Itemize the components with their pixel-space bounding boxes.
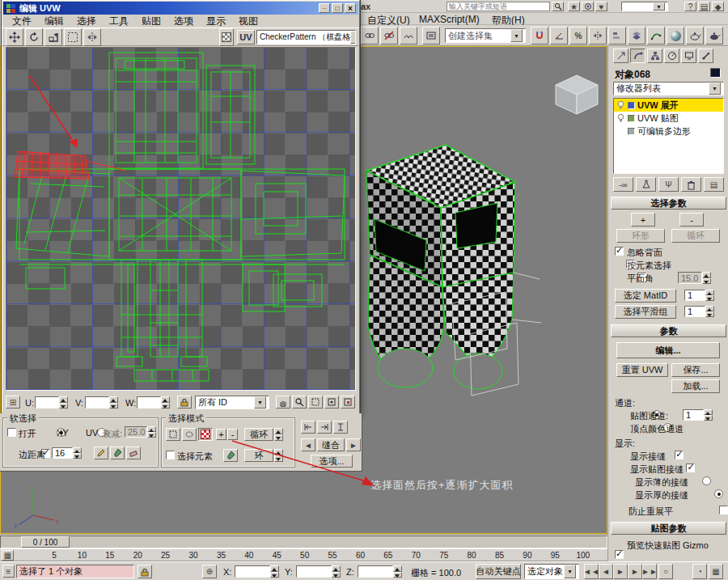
load-uvw-button[interactable]: 加载... — [671, 379, 720, 393]
edge-distance-field[interactable]: 16 — [52, 447, 73, 459]
paint-brush-icon[interactable] — [110, 447, 125, 459]
configure-modifier-sets-icon[interactable]: ▤ — [704, 177, 724, 192]
stitch-previous-icon[interactable]: ◄ — [301, 438, 315, 451]
track-bar[interactable]: ▦ 5 10 15 20 25 30 35 40 45 50 55 60 65 … — [0, 548, 607, 561]
grow-paint-size-button[interactable]: + — [216, 429, 226, 440]
lightbulb-icon[interactable] — [616, 100, 625, 110]
paint-soft-selection-icon[interactable] — [94, 447, 108, 459]
map-channel-field[interactable]: 1 — [683, 409, 704, 421]
pin-stack-icon[interactable]: -∞ — [613, 177, 633, 192]
arrange-left-icon[interactable] — [301, 421, 315, 434]
brush-icon[interactable] — [223, 449, 238, 462]
y-spinner[interactable] — [332, 565, 341, 578]
go-to-start-icon[interactable]: ◄◄ — [584, 564, 599, 579]
render-setup-icon[interactable] — [686, 27, 704, 44]
save-uvw-button[interactable]: 保存... — [671, 363, 720, 377]
settings-icon[interactable]: ◆ — [712, 2, 724, 11]
auto-key-button[interactable]: 自动关键点 — [476, 564, 521, 579]
map-channel-spinner[interactable] — [704, 409, 713, 421]
selection-lock-icon[interactable] — [138, 565, 152, 578]
ring-spinner[interactable] — [274, 449, 283, 462]
viewcube[interactable] — [544, 67, 606, 121]
edge-distance-spinner[interactable] — [73, 447, 82, 459]
rollout-map-parameters[interactable]: 贴图参数 — [611, 522, 726, 535]
key-mode-toggle-icon[interactable]: ○ — [658, 564, 673, 579]
uvw-window-titlebar[interactable]: 编辑 UVW — [3, 2, 358, 15]
move-icon[interactable] — [6, 28, 23, 46]
favorites-icon[interactable]: ♥ — [595, 2, 607, 11]
edit-uvw-button[interactable]: 编辑... — [616, 342, 720, 358]
loop-spinner[interactable] — [274, 428, 283, 441]
go-to-end-icon[interactable]: ►► — [642, 564, 657, 579]
create-tab-icon[interactable] — [613, 49, 629, 63]
align-icon[interactable] — [608, 27, 626, 44]
chevron-down-icon[interactable] — [254, 396, 266, 409]
uv-space-button[interactable]: UV — [237, 30, 255, 44]
z-spinner[interactable] — [393, 565, 402, 578]
v-coordinate-field[interactable] — [85, 396, 109, 409]
key-mode-dropdown[interactable]: 选定对象 — [524, 564, 579, 579]
absolute-offset-toggle-icon[interactable]: ⊕ — [202, 565, 217, 578]
reset-uvw-button[interactable]: 重置 UVW — [616, 363, 668, 377]
loop-button[interactable]: 循环 — [244, 428, 273, 441]
stitch-button[interactable]: 缝合 — [317, 438, 345, 451]
smoothing-group-field[interactable]: 1 — [684, 306, 705, 317]
render-icon[interactable] — [705, 27, 723, 44]
mirror-uv-icon[interactable] — [83, 28, 101, 46]
utilities-tab-icon[interactable] — [698, 49, 713, 63]
rollout-parameters[interactable]: 参数 — [611, 324, 726, 337]
w-spinner[interactable] — [161, 396, 170, 409]
track-bar-filter-icon[interactable]: ▦ — [2, 550, 14, 561]
communication-center-icon[interactable] — [582, 2, 594, 11]
show-map-seam-checkbox[interactable] — [686, 464, 695, 472]
modify-tab-icon[interactable] — [630, 49, 645, 63]
matid-spinner[interactable] — [705, 290, 714, 301]
shrink-selection-button[interactable]: - — [679, 213, 704, 226]
snap-toggle-icon[interactable] — [531, 27, 548, 44]
planar-angle-field[interactable]: 15.0 — [678, 272, 702, 284]
thick-seam-radio[interactable] — [714, 489, 723, 498]
select-element-checkbox[interactable] — [166, 451, 175, 459]
planar-angle-spinner[interactable] — [702, 272, 711, 284]
next-frame-icon[interactable]: ► — [628, 564, 642, 579]
percent-snap-icon[interactable]: % — [569, 27, 587, 44]
keyboard-icon[interactable]: ▤ — [698, 2, 710, 11]
stack-item-editable-poly[interactable]: 可编辑多边形 — [614, 125, 723, 138]
close-icon[interactable] — [345, 3, 356, 13]
angle-snap-icon[interactable] — [550, 27, 568, 44]
u-coordinate-field[interactable] — [35, 396, 59, 409]
stack-item-unwrap-uvw[interactable]: UVW 展开 — [614, 99, 723, 112]
pan-icon[interactable] — [276, 396, 290, 409]
lock-selected-vertices-icon[interactable] — [177, 396, 192, 409]
stack-item-uvw-map[interactable]: UVW 贴图 — [614, 112, 723, 125]
object-color-swatch[interactable] — [710, 68, 721, 78]
select-matid-button[interactable]: 选定 MatID — [615, 289, 676, 303]
time-configuration-icon[interactable]: ◔ — [692, 564, 707, 579]
z-coordinate-field[interactable] — [358, 565, 393, 578]
zoom-to-selection-icon[interactable] — [341, 396, 355, 409]
maximize-viewport-icon[interactable]: ▦ — [709, 564, 723, 579]
question-icon[interactable]: ? — [684, 2, 696, 11]
named-selection-set-combo[interactable]: 创建选择集 — [445, 28, 526, 43]
loop-button[interactable]: 循环 — [671, 229, 720, 243]
preview-quick-map-checkbox[interactable] — [615, 550, 624, 559]
smoothing-group-spinner[interactable] — [705, 306, 714, 317]
material-editor-icon[interactable] — [667, 27, 684, 44]
named-selection-sets-icon[interactable] — [422, 27, 440, 44]
play-icon[interactable]: ► — [613, 564, 628, 579]
y-coordinate-field[interactable] — [296, 565, 332, 578]
ring-button[interactable]: 环形 — [616, 229, 665, 243]
erase-brush-icon[interactable] — [126, 447, 141, 459]
stitch-next-icon[interactable]: ► — [346, 438, 361, 451]
options-button[interactable]: 选项... — [311, 455, 353, 468]
chevron-down-icon[interactable] — [564, 565, 576, 578]
select-smoothing-group-button[interactable]: 选择平滑组 — [615, 305, 676, 319]
timeline-track[interactable] — [0, 536, 607, 548]
v-spinner[interactable] — [109, 396, 118, 409]
star-icon[interactable]: ★ — [568, 2, 580, 11]
unlink-selection-icon[interactable] — [380, 27, 398, 44]
scale-icon[interactable] — [44, 28, 62, 46]
ignore-backfacing-checkbox[interactable] — [615, 247, 624, 256]
previous-frame-icon[interactable]: ◄ — [599, 564, 613, 579]
bind-to-space-warp-icon[interactable] — [400, 27, 417, 44]
